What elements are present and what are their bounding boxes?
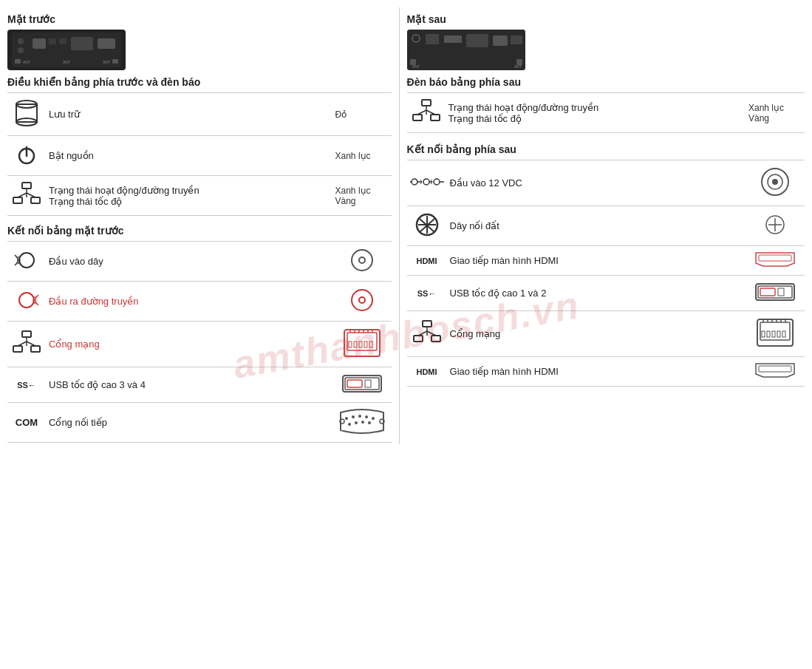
net-rear-icon-cell xyxy=(407,311,447,357)
table-row: Trạng thái hoạt động/đường truyền Trạng … xyxy=(7,176,392,216)
svg-line-110 xyxy=(427,331,436,336)
svg-point-59 xyxy=(355,421,358,424)
usb-rear-icon-cell: SS← xyxy=(407,276,447,311)
svg-text:ANT: ANT xyxy=(514,64,522,69)
network-icon-cell xyxy=(7,176,46,216)
main-container: Mặt trước ANT ANT ANT Điều khiển bảng ph… xyxy=(0,0,812,452)
coax-out-label: Đầu ra đường truyền xyxy=(46,282,332,322)
coax-in-icon-cell xyxy=(7,242,46,282)
power-in-icon-cell xyxy=(407,160,447,206)
rear-indicators-table: Trạng thái hoạt động/đường truyền Trạng … xyxy=(407,92,805,133)
coax-in-label: Đầu vào dây xyxy=(46,242,332,282)
svg-point-91 xyxy=(772,179,778,185)
svg-rect-70 xyxy=(511,35,522,44)
svg-point-87 xyxy=(434,179,440,185)
usb-rear-label-text: SS← xyxy=(417,289,437,298)
table-row: Đầu vào dây xyxy=(7,242,392,282)
svg-rect-104 xyxy=(778,288,784,296)
usb-front-label: USB tốc độ cao 3 và 4 xyxy=(46,367,332,403)
svg-rect-18 xyxy=(22,183,31,189)
rear-device-image: ANT ANT xyxy=(407,30,525,70)
front-panel-title: Điều khiển bảng phía trước và đèn báo xyxy=(7,76,392,88)
svg-rect-44 xyxy=(349,342,352,347)
table-row: Bật nguồn Xanh lục xyxy=(7,136,392,176)
usb-rear-connector xyxy=(746,276,805,311)
table-row: Đầu vào 12 VDC xyxy=(407,160,805,206)
rear-net-icon-cell xyxy=(407,93,446,133)
svg-rect-75 xyxy=(422,100,431,106)
svg-rect-100 xyxy=(759,255,791,261)
svg-rect-124 xyxy=(759,366,791,372)
rear-connectors-table: Đầu vào 12 VDC xyxy=(407,160,805,387)
front-device-image: ANT ANT ANT xyxy=(7,30,126,70)
table-row: SS← USB tốc độ cao 3 và 4 xyxy=(7,367,392,403)
coax-in-connector xyxy=(332,242,392,282)
table-row: Cổng mạng xyxy=(7,322,392,367)
svg-point-58 xyxy=(348,423,351,426)
svg-rect-122 xyxy=(777,331,780,337)
com-label-text: COM xyxy=(16,417,38,428)
com-port-label: Cổng nối tiếp xyxy=(46,403,332,443)
front-title: Mặt trước xyxy=(7,13,392,25)
usb-front-icon-cell: SS← xyxy=(7,367,46,403)
net-port-connector xyxy=(332,322,392,367)
svg-line-109 xyxy=(418,331,427,336)
svg-point-29 xyxy=(359,297,365,303)
svg-line-22 xyxy=(18,193,27,197)
storage-label: Lưu trữ xyxy=(46,93,332,136)
svg-rect-123 xyxy=(782,331,785,337)
power-in-label: Đầu vào 12 VDC xyxy=(447,160,746,206)
svg-point-60 xyxy=(361,421,364,424)
svg-point-55 xyxy=(358,415,361,418)
storage-icon-cell xyxy=(7,93,46,136)
hdmi2-label: Giao tiếp màn hình HDMI xyxy=(447,357,746,387)
svg-point-61 xyxy=(368,421,371,424)
power-label: Bật nguồn xyxy=(46,136,332,176)
svg-rect-69 xyxy=(493,35,508,46)
svg-rect-105 xyxy=(423,321,431,327)
ground-label: Dây nối đất xyxy=(447,206,746,246)
table-row: HDMI Giao tiếp màn hình HDMI xyxy=(407,357,805,387)
rear-title: Mặt sau xyxy=(407,13,805,25)
svg-rect-120 xyxy=(767,331,770,337)
svg-rect-121 xyxy=(772,331,775,337)
svg-rect-30 xyxy=(22,331,31,337)
svg-rect-3 xyxy=(33,38,46,49)
svg-point-53 xyxy=(345,417,348,420)
table-row: Dây nối đất xyxy=(407,206,805,246)
svg-line-80 xyxy=(426,110,435,115)
svg-rect-68 xyxy=(466,34,488,47)
hdmi1-connector xyxy=(746,246,805,276)
front-connectors-table: Đầu vào dây Đầu ra đường t xyxy=(7,241,392,443)
svg-rect-45 xyxy=(354,342,357,347)
rear-connect-title: Kết nối bảng phía sau xyxy=(407,143,805,155)
net-rear-label: Cổng mạng xyxy=(447,311,746,357)
svg-rect-52 xyxy=(365,380,371,387)
svg-rect-67 xyxy=(444,35,462,43)
svg-point-57 xyxy=(372,417,375,420)
svg-point-85 xyxy=(423,179,429,185)
svg-text:ANT: ANT xyxy=(63,60,70,64)
svg-text:ANT: ANT xyxy=(412,64,420,69)
svg-rect-4 xyxy=(49,38,56,44)
svg-line-79 xyxy=(417,110,426,115)
svg-rect-46 xyxy=(359,342,362,347)
svg-rect-7 xyxy=(98,38,115,49)
rear-net-indicator-label: Trạng thái hoạt động/đường truyền Trạng … xyxy=(446,93,746,133)
hdmi1-label: Giao tiếp màn hình HDMI xyxy=(447,246,746,276)
hdmi1-label-text: HDMI xyxy=(416,257,437,265)
storage-color: Đỏ xyxy=(332,93,392,136)
hdmi2-label-text: HDMI xyxy=(416,367,437,376)
svg-text:ANT: ANT xyxy=(23,60,30,64)
power-color: Xanh lục xyxy=(332,136,392,176)
network-indicator-label: Trạng thái hoạt động/đường truyền Trạng … xyxy=(46,176,332,216)
table-row: COM Cổng nối tiếp xyxy=(7,403,392,443)
hdmi1-icon-cell: HDMI xyxy=(407,246,447,276)
svg-line-23 xyxy=(27,193,35,197)
ground-icon-cell xyxy=(407,206,447,246)
front-connect-title: Kết nối bảng mặt trước xyxy=(7,225,392,237)
table-row: Cổng mạng xyxy=(407,311,805,357)
left-panel: Mặt trước ANT ANT ANT Điều khiển bảng ph… xyxy=(7,7,399,444)
svg-rect-47 xyxy=(364,342,367,347)
svg-line-35 xyxy=(27,342,35,346)
